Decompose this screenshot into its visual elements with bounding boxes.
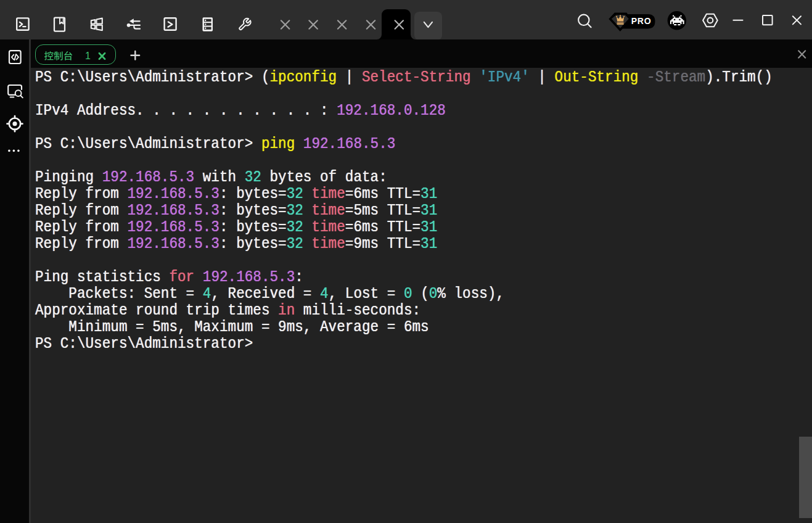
svg-text:PRO: PRO [631, 16, 652, 26]
svg-text:1: 1 [85, 51, 91, 61]
